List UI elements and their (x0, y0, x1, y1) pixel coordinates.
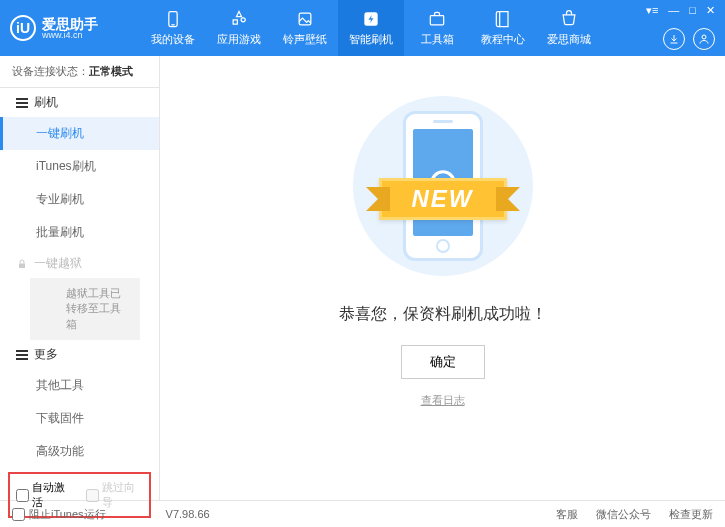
list-icon (16, 98, 28, 108)
new-ribbon: NEW (379, 178, 507, 220)
maximize-button[interactable]: □ (689, 4, 696, 17)
sidebar-item-pro-flash[interactable]: 专业刷机 (0, 183, 159, 216)
list-icon (16, 350, 28, 360)
svg-rect-4 (430, 16, 443, 25)
sidebar-item-batch-flash[interactable]: 批量刷机 (0, 216, 159, 249)
sidebar-item-onekey-flash[interactable]: 一键刷机 (0, 117, 159, 150)
check-update-link[interactable]: 检查更新 (669, 507, 713, 522)
app-logo-icon: iU (10, 15, 36, 41)
nav-store[interactable]: 爱思商城 (536, 0, 602, 56)
toolbox-icon (427, 9, 447, 29)
jailbreak-moved-note: 越狱工具已转移至工具箱 (30, 278, 140, 340)
sidebar-section-more[interactable]: 更多 (0, 340, 159, 369)
svg-rect-7 (19, 263, 25, 268)
flash-icon (361, 9, 381, 29)
logo-area: iU 爱思助手 www.i4.cn (10, 15, 140, 41)
nav-tutorials[interactable]: 教程中心 (470, 0, 536, 56)
nav-toolbox[interactable]: 工具箱 (404, 0, 470, 56)
download-button[interactable] (663, 28, 685, 50)
view-log-link[interactable]: 查看日志 (421, 393, 465, 408)
user-icon (698, 33, 710, 45)
device-status: 设备连接状态：正常模式 (0, 56, 159, 88)
phone-illustration: NEW (343, 86, 543, 286)
version-label: V7.98.66 (166, 508, 210, 520)
sidebar-section-flash[interactable]: 刷机 (0, 88, 159, 117)
ok-button[interactable]: 确定 (401, 345, 485, 379)
sidebar-item-download-firmware[interactable]: 下载固件 (0, 402, 159, 435)
sidebar-item-advanced[interactable]: 高级功能 (0, 435, 159, 468)
svg-point-6 (702, 35, 706, 39)
device-info: iPhone 15 Pro Max 512GB iPhone (0, 522, 159, 527)
main-content: NEW 恭喜您，保资料刷机成功啦！ 确定 查看日志 (160, 56, 725, 500)
success-message: 恭喜您，保资料刷机成功啦！ (339, 304, 547, 325)
nav-my-device[interactable]: 我的设备 (140, 0, 206, 56)
close-button[interactable]: ✕ (706, 4, 715, 17)
minimize-button[interactable]: — (668, 4, 679, 17)
sidebar-item-itunes-flash[interactable]: iTunes刷机 (0, 150, 159, 183)
download-icon (668, 33, 680, 45)
cart-icon (559, 9, 579, 29)
phone-icon (163, 9, 183, 29)
nav-smart-flash[interactable]: 智能刷机 (338, 0, 404, 56)
sidebar-section-jailbreak: 一键越狱 (0, 249, 159, 278)
apps-icon (229, 9, 249, 29)
nav-apps-games[interactable]: 应用游戏 (206, 0, 272, 56)
block-itunes-checkbox[interactable]: 阻止iTunes运行 (12, 507, 106, 522)
lock-icon (16, 258, 28, 270)
app-url: www.i4.cn (42, 31, 98, 40)
window-controls: ▾≡ — □ ✕ (646, 0, 715, 17)
wechat-link[interactable]: 微信公众号 (596, 507, 651, 522)
customer-service-link[interactable]: 客服 (556, 507, 578, 522)
user-button[interactable] (693, 28, 715, 50)
media-icon (295, 9, 315, 29)
sidebar-item-other-tools[interactable]: 其他工具 (0, 369, 159, 402)
menu-icon[interactable]: ▾≡ (646, 4, 658, 17)
sidebar: 设备连接状态：正常模式 刷机 一键刷机 iTunes刷机 专业刷机 批量刷机 一… (0, 56, 160, 500)
title-bar: iU 爱思助手 www.i4.cn 我的设备 应用游戏 铃声壁纸 智能刷机 工具… (0, 0, 725, 56)
app-name: 爱思助手 (42, 17, 98, 31)
nav-ringtones-wallpapers[interactable]: 铃声壁纸 (272, 0, 338, 56)
book-icon (493, 9, 513, 29)
top-nav: 我的设备 应用游戏 铃声壁纸 智能刷机 工具箱 教程中心 爱思商城 (140, 0, 602, 56)
